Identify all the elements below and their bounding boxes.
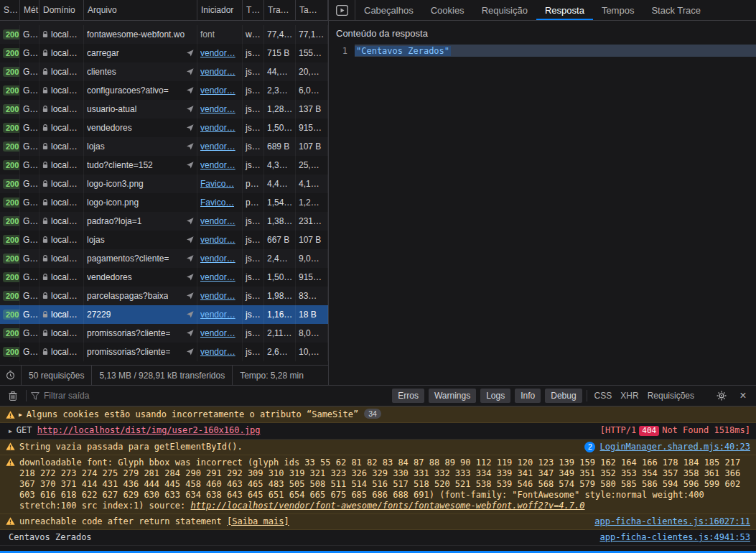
initiator-link[interactable]: vendor…	[200, 272, 235, 282]
initiator-link[interactable]: vendor…	[200, 254, 235, 264]
initiator-cell: vendor…	[197, 62, 243, 81]
repeat-count-badge: 34	[364, 409, 381, 419]
network-request-row[interactable]: 200 G… local… promissorias?cliente= vend…	[0, 343, 328, 361]
size-cell: 20,…	[296, 62, 328, 81]
network-request-row[interactable]: 200 G… local… 27229 vendor… js…	[0, 305, 328, 324]
initiator-link[interactable]: vendor…	[200, 216, 235, 226]
network-request-row[interactable]: 200 G… local… parcelaspagas?baixa vendor…	[0, 287, 328, 305]
initiator-link[interactable]: vendor…	[200, 160, 235, 170]
initiator-link[interactable]: vendor…	[200, 291, 235, 301]
domain-cell: local…	[39, 305, 84, 324]
type-cell: js…	[243, 287, 264, 305]
network-request-row[interactable]: 200 G… local… lojas vendor… js…	[0, 137, 328, 156]
close-console-button[interactable]: ×	[734, 388, 752, 404]
console-network-request[interactable]: ▶ GET http://localhost/dist/img/user2-16…	[0, 423, 756, 440]
details-tab[interactable]: Cookies	[422, 0, 473, 20]
column-header-method[interactable]: Mét	[20, 0, 39, 20]
domain-cell: local…	[39, 156, 84, 175]
expand-arrow-icon[interactable]: ▶	[9, 426, 12, 437]
initiator-link[interactable]: vendor…	[200, 141, 235, 152]
filter-toggle-button[interactable]: Info	[515, 389, 541, 403]
initiator-link[interactable]: vendor…	[200, 67, 235, 77]
performance-analysis-button[interactable]	[0, 366, 22, 385]
details-tab[interactable]: Resposta	[536, 0, 593, 20]
initiator-link[interactable]: vendor…	[200, 347, 235, 357]
console-warning-unreachable[interactable]: unreachable code after return statement …	[0, 514, 756, 530]
column-header-initiator[interactable]: Iniciador	[197, 0, 243, 20]
category-filter-button[interactable]: XHR	[617, 389, 641, 403]
status-cell: 200	[0, 212, 20, 231]
learn-more-link[interactable]: [Saiba mais]	[227, 516, 289, 526]
network-request-row[interactable]: 200 G… local… lojas vendor… js…	[0, 231, 328, 249]
status-404-badge: 404	[639, 426, 659, 436]
column-header-type[interactable]: T…	[243, 0, 264, 20]
console-warning-empty-string[interactable]: String vazia passada para getElementById…	[0, 440, 756, 455]
column-header-size[interactable]: Ta…	[296, 0, 328, 20]
network-request-row[interactable]: 200 G… local… vendedores vendor…	[0, 268, 328, 287]
tab-label: Cookies	[431, 5, 465, 16]
status-cell: 200	[0, 44, 20, 62]
initiator-link[interactable]: vendor…	[200, 85, 235, 96]
initiator-link[interactable]: Favico…	[200, 198, 234, 208]
column-header-status[interactable]: S…	[0, 0, 20, 20]
source-location-link[interactable]: app-ficha-clientes.js:16027:11	[594, 516, 750, 527]
initiator-link[interactable]: vendor…	[200, 235, 235, 245]
initiator-link[interactable]: vendor…	[200, 123, 235, 133]
network-request-row[interactable]: 200 G… local… fontawesome-webfont.wo fon…	[0, 25, 328, 44]
filter-toggle-button[interactable]: Erros	[392, 389, 424, 403]
status-badge: 200	[3, 254, 20, 264]
network-request-row[interactable]: 200 G… local… tudo?cliente=152 vendor…	[0, 156, 328, 175]
request-url-link[interactable]: http://localhost/dist/img/user2-160x160.…	[37, 425, 261, 435]
column-header-transferred[interactable]: Tra…	[264, 0, 296, 20]
network-request-row[interactable]: 200 G… local… promissorias?cliente= vend…	[0, 324, 328, 343]
details-tab[interactable]: Requisição	[473, 0, 536, 20]
network-request-row[interactable]: 200 G… local… clientes vendor… j	[0, 62, 328, 81]
filter-output-input[interactable]	[44, 391, 166, 401]
column-header-file[interactable]: Arquivo	[84, 0, 197, 20]
clear-console-button[interactable]	[4, 388, 22, 404]
initiator-link[interactable]: vendor…	[200, 104, 235, 114]
network-request-list: 200 G… local… fontawesome-webfont.wo fon…	[0, 25, 328, 361]
console-settings-button[interactable]	[713, 388, 730, 404]
font-source-link[interactable]: http://localhost/vendor/font-awesome/fon…	[190, 501, 584, 511]
filter-toggle-button[interactable]: Debug	[545, 389, 582, 403]
source-location-link[interactable]: app-ficha-clientes.js:4941:53	[599, 532, 750, 543]
console-warning-samesite[interactable]: ▶ Alguns cookies estão usando incorretam…	[0, 406, 756, 423]
filter-toggle-button[interactable]: Logs	[480, 389, 510, 403]
resend-request-button[interactable]	[329, 0, 355, 20]
expand-arrow-icon[interactable]: ▶	[19, 409, 22, 420]
category-filter-button[interactable]: Requisições	[645, 389, 697, 403]
network-request-row[interactable]: 200 G… local… logo-icon.png Favico…	[0, 193, 328, 212]
initiator-link[interactable]: vendor…	[200, 310, 235, 320]
category-filter-button[interactable]: CSS	[592, 389, 615, 403]
initiator-link[interactable]: Favico…	[200, 179, 234, 189]
details-tab[interactable]: Tempos	[593, 0, 643, 20]
network-request-row[interactable]: 200 G… local… pagamentos?cliente= vendor…	[0, 249, 328, 268]
network-request-row[interactable]: 200 G… local… usuario-atual vendor…	[0, 100, 328, 118]
console-log-message[interactable]: Centavos Zerados app-ficha-clientes.js:4…	[0, 530, 756, 546]
details-tab[interactable]: Cabeçalhos	[355, 0, 422, 20]
network-request-row[interactable]: 200 G… local… configuracoes?ativo= vendo…	[0, 81, 328, 100]
initiator-cell: vendor…	[197, 324, 243, 343]
lock-icon	[42, 87, 48, 94]
response-line[interactable]: 1 "Centavos Zerados"	[329, 45, 756, 57]
console-warning-font-glyph[interactable]: downloadable font: Glyph bbox was incorr…	[0, 455, 756, 514]
transferred-label: 689 B	[267, 141, 289, 152]
initiator-link[interactable]: vendor…	[200, 328, 235, 338]
filter-button-label: Erros	[398, 391, 419, 401]
details-tab[interactable]: Stack Trace	[643, 0, 709, 20]
initiator-link[interactable]: vendor…	[200, 48, 235, 58]
network-request-row[interactable]: 200 G… local… logo-icon3.png Favico…	[0, 175, 328, 193]
initiator-link[interactable]: font	[200, 29, 215, 40]
type-cell: js…	[243, 137, 264, 156]
console-filter	[31, 391, 166, 401]
network-request-row[interactable]: 200 G… local… carregar vendor… j	[0, 44, 328, 62]
source-location-link[interactable]: LoginManager.shared.mjs:40:23	[599, 442, 750, 452]
network-request-row[interactable]: 200 G… local… padrao?loja=1 vendor…	[0, 212, 328, 231]
transferred-cell: 2,4…	[264, 249, 296, 268]
network-request-row[interactable]: 200 G… local… vendedores vendor…	[0, 118, 328, 137]
column-header-domain[interactable]: Domínio	[39, 0, 84, 20]
filter-toggle-button[interactable]: Warnings	[429, 389, 476, 403]
status-cell: 200	[0, 324, 20, 343]
transferred-label: 715 B	[267, 48, 289, 58]
